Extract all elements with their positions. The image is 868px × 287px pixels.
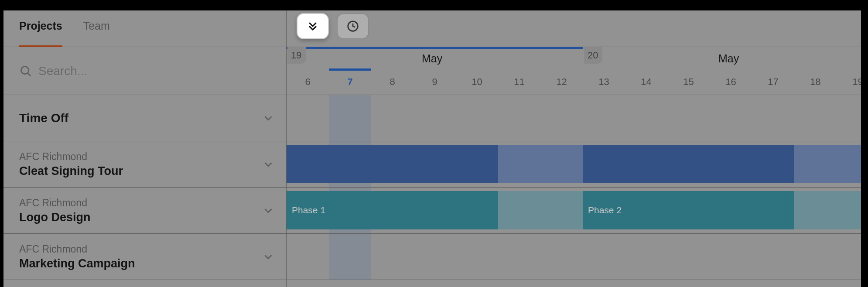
- toolbar: [297, 13, 369, 39]
- day-row: 6 7 8 9 10 11 12 13 14 15 16 17 18: [287, 68, 868, 95]
- day-cell[interactable]: 14: [625, 68, 667, 95]
- day-cell[interactable]: 6: [287, 68, 329, 95]
- chevron-down-icon[interactable]: [262, 112, 275, 125]
- chevron-down-icon[interactable]: [262, 158, 275, 171]
- sidebar: Projects Team Time Off AF: [3, 5, 287, 287]
- chevron-down-icon[interactable]: [262, 204, 275, 217]
- top-gutter: [0, 5, 868, 10]
- left-gutter: [0, 5, 3, 287]
- day-cell[interactable]: 13: [583, 68, 625, 95]
- today-column: [329, 234, 371, 280]
- tab-projects[interactable]: Projects: [19, 5, 62, 47]
- row-title: Cleat Signing Tour: [19, 164, 262, 178]
- day-cell[interactable]: 17: [752, 68, 794, 95]
- gantt-bar-weekend[interactable]: [794, 145, 868, 183]
- gantt-bar-phase2[interactable]: Phase 2: [583, 191, 794, 229]
- tab-team[interactable]: Team: [83, 5, 110, 47]
- timeline[interactable]: 19 May 20 May 6 7 8 9 10 11 12 13 14: [287, 5, 868, 287]
- day-cell[interactable]: 10: [456, 68, 498, 95]
- week-label-second: 20: [584, 47, 602, 64]
- month-label-first: May: [422, 52, 442, 65]
- timeline-row-logo[interactable]: Phase 1 Phase 2: [287, 188, 868, 234]
- row-logo-design[interactable]: AFC Richmond Logo Design: [3, 188, 286, 234]
- week-indicator: [287, 47, 583, 49]
- gantt-bar-weekend[interactable]: [498, 191, 583, 229]
- gantt-bar-weekend[interactable]: [794, 191, 868, 229]
- gantt-bar-weekend[interactable]: [498, 145, 583, 183]
- month-label-second: May: [718, 52, 739, 65]
- timeline-header: [287, 5, 868, 47]
- double-chevron-down-icon: [307, 20, 319, 32]
- gantt-bar[interactable]: [583, 145, 794, 183]
- day-cell[interactable]: 9: [413, 68, 456, 95]
- day-cell[interactable]: 11: [498, 68, 540, 95]
- time-button[interactable]: [337, 13, 369, 39]
- day-cell[interactable]: 18: [794, 68, 837, 95]
- day-number: 7: [347, 76, 352, 87]
- day-cell-today[interactable]: 7: [329, 68, 371, 95]
- day-cell[interactable]: 12: [540, 68, 583, 95]
- timeline-row-cleat[interactable]: [287, 141, 868, 188]
- gantt-bar[interactable]: [287, 145, 498, 183]
- day-cell[interactable]: 15: [667, 68, 710, 95]
- row-title: Marketing Campaign: [19, 257, 262, 270]
- expand-all-button[interactable]: [297, 13, 329, 39]
- week-label-first: 19: [287, 47, 306, 64]
- row-time-off[interactable]: Time Off: [3, 95, 286, 141]
- timeline-row-time-off[interactable]: [287, 95, 868, 141]
- row-title: Time Off: [19, 111, 262, 125]
- search-row: [3, 47, 286, 95]
- svg-point-0: [21, 66, 29, 74]
- week-separator: [583, 95, 583, 141]
- timeline-row-marketing[interactable]: [287, 234, 868, 280]
- day-cell[interactable]: 8: [371, 68, 413, 95]
- row-title: Logo Design: [19, 211, 262, 224]
- gantt-bar-phase1[interactable]: Phase 1: [287, 191, 498, 229]
- week-separator: [583, 234, 583, 280]
- row-marketing-campaign[interactable]: AFC Richmond Marketing Campaign: [3, 234, 286, 280]
- today-indicator: [329, 68, 371, 71]
- right-gutter: [861, 5, 868, 287]
- row-client: AFC Richmond: [19, 151, 262, 163]
- today-column: [329, 95, 371, 141]
- tabs: Projects Team: [3, 5, 286, 47]
- row-client: AFC Richmond: [19, 243, 262, 255]
- search-input[interactable]: [38, 64, 270, 78]
- clock-icon: [346, 20, 359, 33]
- chevron-down-icon[interactable]: [262, 250, 275, 263]
- svg-line-1: [28, 73, 31, 76]
- day-cell[interactable]: 16: [710, 68, 752, 95]
- row-client: AFC Richmond: [19, 197, 262, 209]
- row-cleat-signing[interactable]: AFC Richmond Cleat Signing Tour: [3, 141, 286, 188]
- timeline-datebar: 19 May 20 May 6 7 8 9 10 11 12 13 14: [287, 47, 868, 95]
- search-icon: [19, 65, 32, 78]
